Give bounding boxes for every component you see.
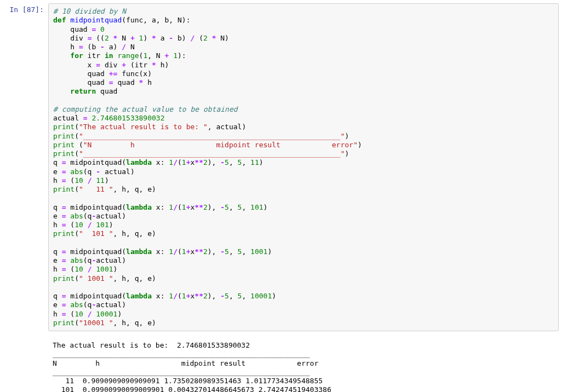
code-source[interactable]: # 10 divided by N def midpointquad(func,… [53,7,554,327]
stdout-output: The actual result is to be: 2.7468015338… [48,340,559,392]
input-prompt: In [87]: [2,3,48,331]
code-cell: In [87]: # 10 divided by N def midpointq… [0,0,561,337]
output-cell: Out[ ]: The actual result is to be: 2.74… [0,337,561,392]
code-input-area[interactable]: # 10 divided by N def midpointquad(func,… [48,3,559,331]
